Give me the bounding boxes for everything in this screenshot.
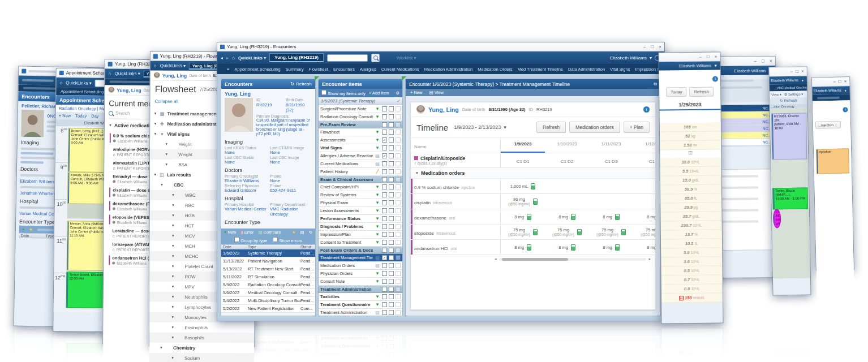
item-checkbox-1[interactable]	[382, 248, 387, 253]
view-button[interactable]: ▤ View	[429, 90, 444, 95]
values-titlebar[interactable]: –□×	[659, 52, 720, 62]
item-action-icon[interactable]: ▤	[375, 161, 380, 166]
close-button[interactable]: ×	[715, 54, 717, 59]
dose-cell[interactable]: 8 mg	[545, 209, 589, 224]
item-checkbox-2[interactable]	[389, 114, 394, 119]
rcal-titlebar[interactable]: –□×	[769, 67, 806, 76]
settings-dropdown[interactable]: ⚙ Settings ▾	[784, 92, 803, 97]
minimize-button[interactable]: –	[790, 69, 793, 74]
item-checkbox-2[interactable]	[389, 130, 394, 135]
flowsheet-tree-row[interactable]: ▼ Sodium	[149, 353, 254, 362]
encounter-item-row[interactable]: Post-Exam Orders & Documentation	[319, 247, 402, 254]
item-checkbox-1[interactable]	[382, 240, 387, 245]
field-value[interactable]: Varian Medical Center	[225, 206, 267, 212]
item-checkbox-3[interactable]	[396, 294, 401, 299]
scroll-right-icon[interactable]: ▸	[648, 257, 651, 261]
dose-cell[interactable]: 8 mg	[501, 240, 545, 255]
item-checkbox-2[interactable]	[389, 240, 394, 245]
quicklinks-button[interactable]: QuickLinks ▾	[114, 71, 140, 76]
field-value[interactable]: None	[270, 160, 312, 165]
items-group-header[interactable]: 1/6/2023 (Systemic Therapy) ✓	[319, 97, 402, 105]
encounter-item-row[interactable]: Toxicities ▼	[319, 293, 402, 301]
item-checkbox-3[interactable]	[396, 216, 401, 221]
item-checkbox-3[interactable]	[396, 240, 401, 245]
dose-cell[interactable]: 75 mg(@50 mg/m²)	[501, 225, 545, 239]
user-menu[interactable]: Elizabeth Williams	[771, 79, 798, 83]
flowsheet-tree-row[interactable]: ▼ Chemistry	[149, 343, 254, 354]
info-icon[interactable]: i	[643, 106, 650, 113]
info-icon[interactable]: i	[843, 107, 848, 112]
redge-titlebar[interactable]: –□×	[812, 77, 849, 87]
maximize-button[interactable]: □	[839, 79, 841, 84]
id-value[interactable]: RH3219	[256, 102, 282, 113]
item-checkbox-1[interactable]	[382, 216, 387, 221]
quicklinks-button[interactable]: QuickLinks ▾	[160, 63, 186, 68]
dose-cell[interactable]: 8 mg	[589, 240, 633, 255]
cycle-day-cell[interactable]: C1 D1	[501, 153, 545, 167]
item-checkbox-2[interactable]	[389, 208, 394, 213]
encounter-item-row[interactable]: Treatment Questionnaire ▼	[319, 301, 402, 309]
item-action-icon[interactable]: ▼	[375, 200, 380, 205]
item-checkbox-2[interactable]	[389, 302, 394, 307]
item-action-icon[interactable]: ▼	[375, 184, 380, 189]
col-date[interactable]: Date	[19, 234, 46, 238]
medication-orders-section[interactable]: ▼ Medication orders	[411, 168, 655, 179]
maximize-button[interactable]: □	[762, 58, 764, 63]
worklist-button[interactable]: Worklist ▾	[397, 55, 416, 61]
lab-value[interactable]: 5.9 10⁹/L	[661, 248, 722, 257]
maximize-button[interactable]: □	[707, 54, 710, 59]
lab-value[interactable]: 85.6 fL	[660, 193, 721, 203]
home-icon[interactable]: ⌂	[59, 80, 62, 85]
item-checkbox-2[interactable]	[389, 169, 394, 174]
calendar-event[interactable]: Taylor, Bruce (9M4R...),11:00 AM - 1:00 …	[772, 187, 808, 209]
orange-event[interactable]: injection	[816, 148, 849, 174]
refresh-icon[interactable]: ↻	[309, 230, 312, 235]
add-plan-button[interactable]: + Plan	[624, 122, 650, 133]
dose-cell[interactable]: 75 mg(@50 mg/m²)	[633, 225, 656, 239]
encounter-row[interactable]: 11/13/2022 Patient Navigation Pend...	[221, 257, 315, 265]
encounter-item-row[interactable]: Medication Orders ▤	[319, 262, 402, 270]
dose-cell[interactable]	[589, 194, 633, 209]
quicklinks-button[interactable]: QuickLinks ▾	[66, 80, 91, 86]
item-action-icon[interactable]: ▼	[375, 232, 380, 237]
encounter-item-row[interactable]: Surgical/Procedure Note ▼	[319, 105, 402, 113]
patient-name-link[interactable]: Yung, Ling	[225, 91, 312, 97]
dose-cell[interactable]	[633, 194, 656, 209]
refresh-button[interactable]: Refresh	[690, 87, 714, 97]
item-action-icon[interactable]: ▤	[375, 310, 380, 315]
item-checkbox-1[interactable]: ✓	[382, 255, 387, 260]
col-type[interactable]: Type	[248, 245, 300, 249]
lab-value[interactable]: 5.5 10¹²/L	[660, 166, 721, 176]
maximize-button[interactable]: □	[651, 44, 654, 49]
item-checkbox-2[interactable]	[389, 137, 394, 143]
gear-icon[interactable]: ⚙	[396, 90, 399, 96]
item-checkbox-1[interactable]	[382, 279, 387, 284]
field-value[interactable]: None	[225, 150, 267, 155]
item-checkbox-1[interactable]	[382, 106, 387, 111]
dose-cell[interactable]	[545, 179, 589, 193]
lab-value[interactable]: 0.5 10⁹/L	[661, 266, 722, 275]
item-checkbox-3[interactable]	[396, 130, 401, 135]
nav-appointment-scheduling[interactable]: Appointment Scheduling	[61, 89, 104, 94]
today-button[interactable]: Today	[75, 113, 87, 118]
menu-item[interactable]: Current Medications	[381, 67, 419, 72]
item-checkbox-3[interactable]	[396, 263, 401, 268]
item-checkbox-1[interactable]	[382, 271, 387, 276]
dose-cell[interactable]: 8 mg	[545, 240, 589, 255]
error-button[interactable]: ▮ Error	[241, 230, 254, 235]
home-icon[interactable]: ⌂	[109, 71, 111, 76]
item-action-icon[interactable]: ▼	[375, 106, 380, 111]
encounter-item-row[interactable]: Treatment Administration	[319, 286, 402, 293]
encounter-item-row[interactable]: Impression/Plan ▼	[319, 231, 402, 239]
item-checkbox-1[interactable]	[382, 130, 387, 135]
item-checkbox-2[interactable]	[389, 184, 394, 189]
patient-name[interactable]: Yung, Ling	[117, 87, 141, 93]
menu-item[interactable]: Encounters	[333, 67, 355, 72]
item-checkbox-3[interactable]	[396, 169, 401, 174]
item-checkbox-3[interactable]	[396, 232, 401, 237]
view-dropdown[interactable]: View ▾	[771, 92, 781, 96]
calendar-event[interactable]: RT2063, Chemo 1hr,patient, 9:00 AM - 10:…	[771, 113, 807, 160]
item-checkbox-1[interactable]	[382, 263, 387, 268]
item-checkbox-3[interactable]	[396, 161, 401, 166]
col-status[interactable]: Status	[300, 245, 315, 249]
